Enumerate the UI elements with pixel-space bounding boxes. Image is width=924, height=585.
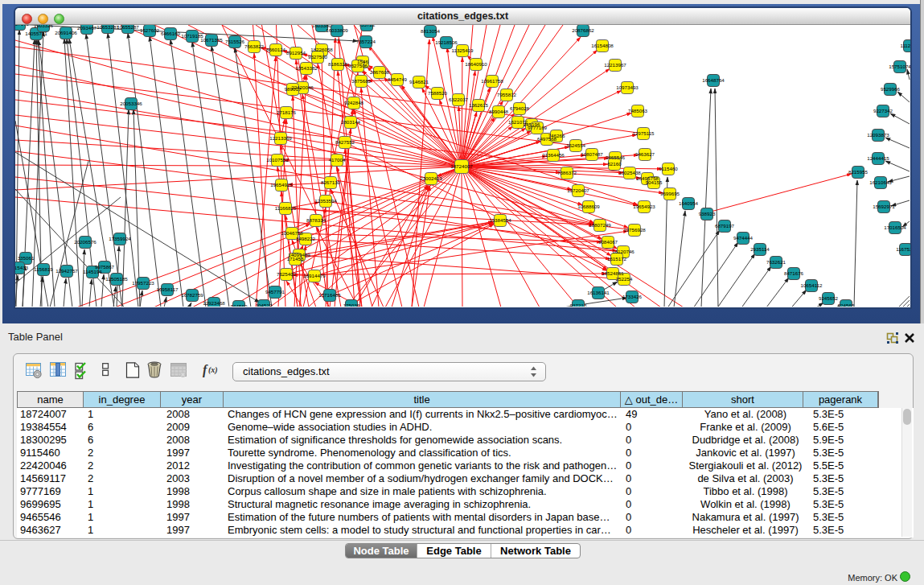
svg-text:2803144: 2803144 xyxy=(341,119,361,125)
svg-text:10958117: 10958117 xyxy=(156,286,179,292)
svg-text:6466160: 6466160 xyxy=(161,31,181,36)
svg-text:10671355: 10671355 xyxy=(200,37,223,43)
svg-text:20206576: 20206576 xyxy=(74,239,97,245)
svg-text:10961758: 10961758 xyxy=(481,78,503,84)
svg-text:9529966: 9529966 xyxy=(881,86,901,92)
svg-text:16120746: 16120746 xyxy=(612,249,634,254)
svg-text:9327500: 9327500 xyxy=(308,54,328,60)
svg-text:11166825: 11166825 xyxy=(275,205,297,211)
svg-text:9084067: 9084067 xyxy=(598,239,618,245)
svg-text:19384554: 19384554 xyxy=(489,217,511,223)
svg-text:17359924: 17359924 xyxy=(109,236,131,241)
svg-text:1903326: 1903326 xyxy=(34,25,54,28)
svg-text:8267130: 8267130 xyxy=(321,179,341,185)
svg-text:7386372: 7386372 xyxy=(557,170,577,175)
svg-text:10807487: 10807487 xyxy=(581,151,603,157)
svg-text:3875685: 3875685 xyxy=(351,78,372,84)
svg-text:8990448: 8990448 xyxy=(489,109,509,114)
svg-text:417004: 417004 xyxy=(329,157,346,163)
svg-text:3915433: 3915433 xyxy=(15,265,29,270)
svg-text:10107552: 10107552 xyxy=(266,157,289,163)
svg-text:2093467: 2093467 xyxy=(77,25,97,31)
svg-text:9245652: 9245652 xyxy=(819,295,839,301)
svg-text:9975867: 9975867 xyxy=(95,264,115,270)
svg-text:14055721: 14055721 xyxy=(25,31,47,36)
svg-text:1615172: 1615172 xyxy=(607,256,627,262)
svg-text:9463627: 9463627 xyxy=(635,151,655,157)
svg-text:62160: 62160 xyxy=(607,161,622,167)
svg-text:924565: 924565 xyxy=(838,303,855,307)
svg-text:1112455: 1112455 xyxy=(900,43,910,48)
svg-text:9474444: 9474444 xyxy=(733,235,754,241)
svg-text:7515526: 7515526 xyxy=(225,39,245,44)
svg-text:15692971: 15692971 xyxy=(873,204,895,209)
svg-text:9227342: 9227342 xyxy=(873,108,893,113)
svg-text:16136141: 16136141 xyxy=(587,290,610,295)
svg-text:12923468: 12923468 xyxy=(203,300,225,306)
svg-text:7588520: 7588520 xyxy=(428,90,448,96)
svg-text:9777169: 9777169 xyxy=(528,125,548,130)
svg-text:171453: 171453 xyxy=(287,256,304,262)
svg-text:9146821: 9146821 xyxy=(409,79,429,84)
svg-text:15716485: 15716485 xyxy=(318,292,341,298)
svg-text:1145194: 1145194 xyxy=(83,269,102,274)
svg-text:335061: 335061 xyxy=(18,255,35,261)
svg-text:20876862: 20876862 xyxy=(572,27,594,33)
svg-text:19654925: 19654925 xyxy=(270,182,293,187)
svg-text:20053346: 20053346 xyxy=(120,101,142,106)
svg-text:10973493: 10973493 xyxy=(616,84,639,90)
svg-text:10025438: 10025438 xyxy=(618,170,641,175)
svg-text:7485063: 7485063 xyxy=(628,108,648,113)
svg-text:9465546: 9465546 xyxy=(606,154,626,160)
svg-text:18640910: 18640910 xyxy=(465,61,487,67)
svg-text:10543382: 10543382 xyxy=(295,65,318,71)
svg-text:938923: 938923 xyxy=(699,211,716,216)
svg-text:9457791: 9457791 xyxy=(265,289,285,295)
svg-text:21364456: 21364456 xyxy=(542,152,565,158)
svg-text:8660124: 8660124 xyxy=(266,47,286,52)
svg-text:16033809: 16033809 xyxy=(326,27,348,33)
svg-text:10653287: 10653287 xyxy=(97,25,119,30)
svg-text:f: f xyxy=(203,363,208,377)
svg-text:16648764: 16648764 xyxy=(702,77,725,83)
svg-text:7357224: 7357224 xyxy=(356,39,376,44)
svg-text:12975115: 12975115 xyxy=(632,130,655,136)
svg-text:8912954: 8912954 xyxy=(286,50,306,56)
svg-text:9242848: 9242848 xyxy=(344,100,364,105)
svg-text:18524861: 18524861 xyxy=(602,270,624,276)
svg-text:6322037: 6322037 xyxy=(449,97,469,102)
svg-text:17957223: 17957223 xyxy=(132,280,154,286)
svg-text:10654112: 10654112 xyxy=(800,282,823,288)
svg-text:16914479: 16914479 xyxy=(303,273,326,278)
svg-text:1640954: 1640954 xyxy=(679,200,699,206)
svg-text:6879197: 6879197 xyxy=(715,223,735,229)
svg-text:12942757: 12942757 xyxy=(55,268,78,274)
svg-text:19756928: 19756928 xyxy=(623,227,646,233)
svg-text:904155: 904155 xyxy=(646,179,663,185)
svg-text:8813054: 8813054 xyxy=(421,28,441,34)
svg-text:9115460: 9115460 xyxy=(659,166,678,171)
svg-text:18807249: 18807249 xyxy=(589,222,611,228)
svg-text:8454749: 8454749 xyxy=(388,76,408,82)
svg-text:2935114: 2935114 xyxy=(750,246,770,252)
svg-text:7955812: 7955812 xyxy=(497,92,517,97)
svg-text:989017: 989017 xyxy=(285,86,302,92)
svg-text:6794028: 6794028 xyxy=(510,105,530,111)
svg-text:2718176: 2718176 xyxy=(277,109,297,115)
svg-text:18226058: 18226058 xyxy=(310,47,333,52)
svg-text:12444415: 12444415 xyxy=(867,155,889,161)
svg-text:1156819: 1156819 xyxy=(34,266,53,272)
svg-text:252254: 252254 xyxy=(616,276,633,282)
svg-text:(x): (x) xyxy=(208,365,218,375)
svg-text:16154808: 16154808 xyxy=(591,43,614,48)
svg-text:1527602: 1527602 xyxy=(140,27,160,33)
svg-text:16782759: 16782759 xyxy=(181,292,203,298)
svg-text:3498222: 3498222 xyxy=(296,236,316,241)
svg-text:12093873: 12093873 xyxy=(867,132,889,138)
svg-text:17016504: 17016504 xyxy=(884,225,906,230)
svg-text:3624554: 3624554 xyxy=(566,142,586,148)
svg-text:10688609: 10688609 xyxy=(577,204,600,209)
svg-text:9699695: 9699695 xyxy=(660,191,680,196)
svg-text:12505185: 12505185 xyxy=(105,276,128,282)
svg-text:2867608: 2867608 xyxy=(370,69,390,75)
